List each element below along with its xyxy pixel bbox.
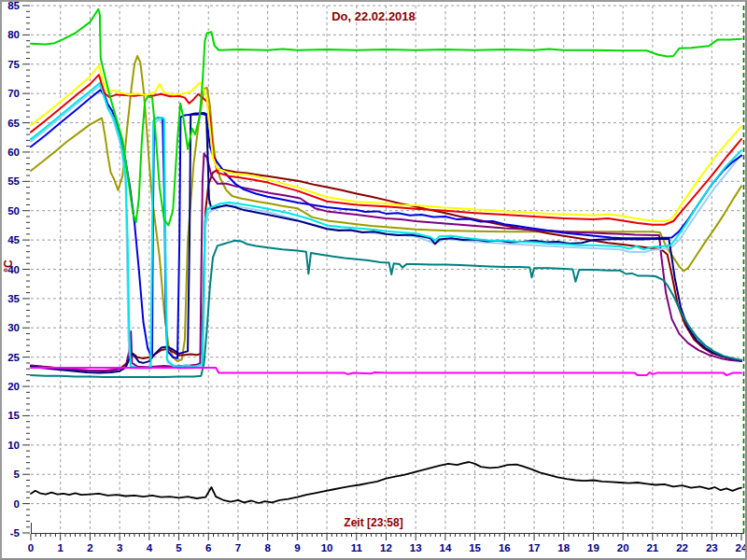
svg-text:20: 20 [617, 542, 629, 553]
svg-text:75: 75 [7, 59, 20, 70]
svg-text:6: 6 [205, 542, 211, 553]
svg-text:50: 50 [7, 205, 20, 217]
svg-text:0: 0 [28, 542, 34, 553]
svg-text:70: 70 [7, 88, 20, 99]
svg-text:11: 11 [351, 542, 363, 553]
svg-text:22: 22 [676, 542, 688, 553]
svg-text:10: 10 [7, 440, 20, 451]
svg-text:4: 4 [147, 542, 153, 553]
svg-text:1: 1 [58, 542, 64, 553]
grid-lines [31, 6, 741, 533]
series-lines [31, 9, 741, 503]
svg-text:35: 35 [7, 293, 20, 304]
svg-text:23: 23 [706, 542, 718, 553]
svg-text:21: 21 [646, 542, 658, 553]
svg-text:0: 0 [14, 498, 20, 510]
chart-canvas[interactable]: -505101520253035404550556065707580850123… [2, 2, 745, 558]
svg-text:25: 25 [7, 352, 20, 363]
svg-text:30: 30 [7, 322, 20, 333]
x-axis-label: Zeit [23:58] [2, 516, 745, 529]
svg-text:2: 2 [87, 542, 92, 553]
svg-text:5: 5 [176, 542, 182, 553]
svg-text:19: 19 [587, 542, 599, 553]
y-axis-label: °C [2, 255, 15, 277]
svg-text:24: 24 [736, 542, 745, 553]
chart-title: Do, 22.02.2018 [2, 9, 745, 23]
svg-text:15: 15 [7, 410, 20, 421]
svg-text:3: 3 [117, 542, 122, 553]
axes [22, 6, 744, 540]
svg-text:7: 7 [235, 542, 241, 553]
svg-text:16: 16 [499, 542, 511, 553]
svg-text:5: 5 [14, 469, 21, 480]
svg-text:60: 60 [7, 147, 20, 158]
svg-text:13: 13 [410, 542, 422, 553]
svg-text:8: 8 [264, 542, 271, 553]
svg-text:45: 45 [7, 234, 20, 245]
svg-text:65: 65 [7, 118, 20, 129]
svg-text:17: 17 [529, 542, 541, 553]
svg-text:20: 20 [7, 381, 20, 392]
svg-text:9: 9 [294, 542, 300, 553]
svg-text:10: 10 [321, 542, 333, 553]
svg-text:14: 14 [440, 542, 452, 553]
svg-text:18: 18 [557, 542, 570, 553]
tick-labels: -505101520253035404550556065707580850123… [7, 2, 745, 553]
chart-panel: -505101520253035404550556065707580850123… [0, 0, 747, 560]
svg-text:12: 12 [380, 542, 392, 553]
svg-text:15: 15 [469, 542, 481, 553]
svg-text:80: 80 [7, 29, 20, 40]
svg-text:55: 55 [7, 175, 20, 187]
